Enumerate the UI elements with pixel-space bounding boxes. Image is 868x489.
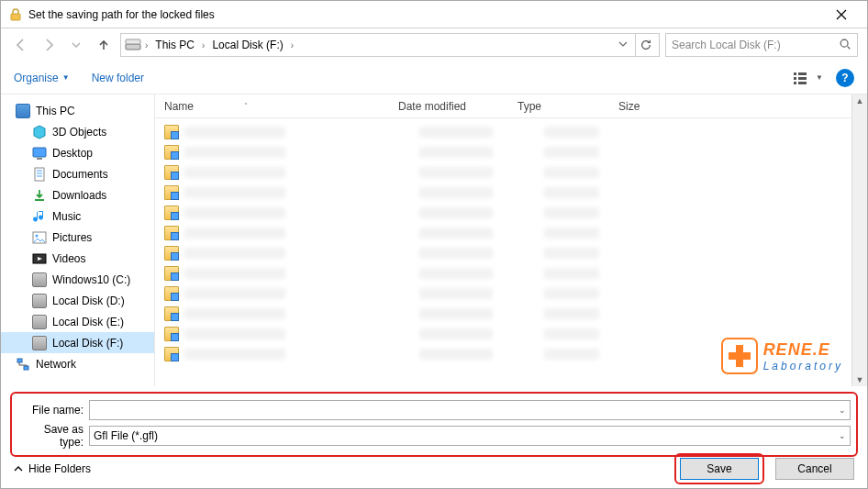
view-options-button[interactable]: ▼ <box>793 71 823 85</box>
hide-folders-label: Hide Folders <box>28 462 91 475</box>
tree-node-network[interactable]: Network <box>1 353 154 374</box>
help-button[interactable]: ? <box>836 69 854 87</box>
close-button[interactable] <box>823 2 860 28</box>
file-list: Name˄ Date modified Type Size ▲ ▼ <box>155 94 867 386</box>
new-folder-button[interactable]: New folder <box>92 72 144 84</box>
tree-node-windows10-c-[interactable]: Windows10 (C:) <box>1 269 154 290</box>
saveastype-value: Gfl File (*.gfl) <box>94 429 158 442</box>
forward-button[interactable] <box>38 34 60 56</box>
folder-icon <box>164 206 179 220</box>
close-icon <box>836 9 847 20</box>
file-rows <box>155 118 867 368</box>
tree-node-videos[interactable]: Videos <box>1 248 154 269</box>
filename-input[interactable]: ⌄ <box>89 400 851 420</box>
folder-icon <box>164 246 179 261</box>
column-headers: Name˄ Date modified Type Size <box>155 94 867 118</box>
list-item[interactable] <box>155 344 867 364</box>
cancel-button[interactable]: Cancel <box>775 458 854 480</box>
list-item[interactable] <box>155 283 867 304</box>
navigation-tree[interactable]: This PC3D ObjectsDesktopDocumentsDownloa… <box>1 94 155 386</box>
tree-node-pictures[interactable]: Pictures <box>1 227 154 248</box>
list-item[interactable] <box>155 183 867 203</box>
saveastype-dropdown[interactable]: ⌄ <box>839 431 846 440</box>
svg-rect-2 <box>126 39 140 44</box>
highlight-box: File name: ⌄ Save as type: Gfl File (*.g… <box>10 392 858 457</box>
sort-asc-icon: ˄ <box>244 102 248 110</box>
folder-icon <box>164 125 179 139</box>
back-button[interactable] <box>10 34 32 56</box>
breadcrumb-local-disk-f[interactable]: Local Disk (F:) <box>208 39 286 51</box>
svg-rect-10 <box>33 148 46 157</box>
tree-node-music[interactable]: Music <box>1 206 154 227</box>
recent-dropdown[interactable] <box>65 34 87 56</box>
organise-menu[interactable]: Organise▼ <box>14 72 70 84</box>
column-date[interactable]: Date modified <box>389 94 508 117</box>
folder-icon <box>164 347 179 361</box>
address-bar[interactable]: › This PC › Local Disk (F:) › <box>120 33 660 57</box>
list-item[interactable] <box>155 162 867 183</box>
filename-dropdown[interactable]: ⌄ <box>839 406 846 415</box>
tree-node-desktop[interactable]: Desktop <box>1 142 154 163</box>
list-item[interactable] <box>155 203 867 223</box>
folder-icon <box>164 165 179 180</box>
svg-rect-4 <box>794 72 796 75</box>
svg-rect-9 <box>798 82 807 84</box>
tree-node-downloads[interactable]: Downloads <box>1 184 154 206</box>
svg-rect-17 <box>24 366 28 370</box>
saveastype-select[interactable]: Gfl File (*.gfl) ⌄ <box>89 426 851 446</box>
new-folder-label: New folder <box>92 72 144 84</box>
svg-rect-6 <box>794 82 796 84</box>
drive-icon <box>125 39 141 51</box>
address-dropdown[interactable] <box>615 39 631 51</box>
breadcrumb-this-pc[interactable]: This PC <box>151 39 198 51</box>
nav-toolbar: › This PC › Local Disk (F:) › Search Loc… <box>1 28 867 61</box>
chevron-right-icon: › <box>291 40 294 50</box>
arrow-right-icon <box>41 38 56 52</box>
command-bar: Organise▼ New folder ▼ ? <box>1 61 867 94</box>
app-lock-icon <box>8 7 23 22</box>
list-item[interactable] <box>155 223 867 243</box>
tree-node-documents[interactable]: Documents <box>1 163 154 184</box>
up-button[interactable] <box>93 34 115 56</box>
folder-icon <box>164 286 179 301</box>
list-item[interactable] <box>155 263 867 283</box>
svg-rect-16 <box>17 359 22 362</box>
tree-node-this-pc[interactable]: This PC <box>1 100 154 121</box>
svg-rect-0 <box>11 14 20 20</box>
svg-rect-11 <box>37 158 42 160</box>
list-item[interactable] <box>155 122 867 142</box>
help-icon: ? <box>841 72 848 84</box>
scroll-up-icon[interactable]: ▲ <box>856 96 864 106</box>
list-item[interactable] <box>155 324 867 344</box>
folder-icon <box>164 266 179 281</box>
folder-icon <box>164 327 179 341</box>
main-pane: This PC3D ObjectsDesktopDocumentsDownloa… <box>1 94 867 386</box>
chevron-right-icon: › <box>145 40 148 50</box>
list-item[interactable] <box>155 142 867 162</box>
hide-folders-button[interactable]: Hide Folders <box>14 462 91 475</box>
tree-node-local-disk-d-[interactable]: Local Disk (D:) <box>1 290 154 311</box>
svg-rect-7 <box>798 72 807 75</box>
column-size[interactable]: Size <box>609 94 710 117</box>
folder-icon <box>164 145 179 160</box>
chevron-down-icon <box>618 39 628 49</box>
column-name[interactable]: Name˄ <box>155 94 389 117</box>
tree-node-local-disk-e-[interactable]: Local Disk (E:) <box>1 311 154 332</box>
tree-node-3d-objects[interactable]: 3D Objects <box>1 121 154 142</box>
chevron-down-icon: ▼ <box>816 73 823 82</box>
search-input[interactable]: Search Local Disk (F:) <box>665 33 858 57</box>
save-button[interactable]: Save <box>680 458 759 480</box>
refresh-icon <box>640 39 652 51</box>
arrow-left-icon <box>14 38 28 52</box>
list-item[interactable] <box>155 304 867 324</box>
refresh-button[interactable] <box>635 34 655 56</box>
list-item[interactable] <box>155 243 867 263</box>
vertical-scrollbar[interactable]: ▲ ▼ <box>851 94 867 386</box>
view-icon <box>793 71 813 85</box>
column-type[interactable]: Type <box>508 94 609 117</box>
chevron-down-icon: ▼ <box>62 73 70 82</box>
scroll-down-icon[interactable]: ▼ <box>856 375 864 384</box>
svg-rect-1 <box>126 44 140 50</box>
chevron-up-icon <box>14 464 23 473</box>
tree-node-local-disk-f-[interactable]: Local Disk (F:) <box>1 332 154 353</box>
